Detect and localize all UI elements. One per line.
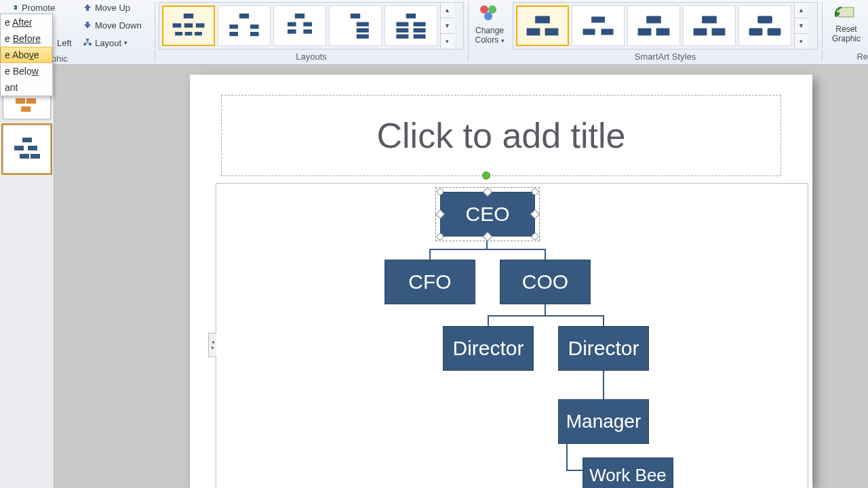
layout-thumb-2[interactable] xyxy=(218,5,271,46)
style-thumb-5[interactable] xyxy=(738,5,791,46)
gallery-scroll-up[interactable]: ▲ xyxy=(441,3,454,18)
right-to-left-button[interactable]: Left xyxy=(53,35,76,50)
svg-rect-23 xyxy=(357,35,369,39)
svg-rect-26 xyxy=(414,22,426,26)
svg-rect-36 xyxy=(545,28,559,36)
change-colors-button[interactable]: Change Colors ▾ xyxy=(471,1,509,50)
svg-rect-4 xyxy=(173,23,182,27)
ribbon-divider xyxy=(822,1,823,62)
svg-rect-30 xyxy=(414,35,426,39)
add-shape-above-item[interactable]: e Above xyxy=(1,47,52,63)
org-node-workbee[interactable]: Work Bee xyxy=(583,458,673,488)
layouts-gallery-scroll: ▲ ▼ ▾ xyxy=(440,3,454,49)
svg-point-32 xyxy=(488,5,496,14)
promote-button[interactable]: Promote xyxy=(5,0,59,15)
svg-rect-52 xyxy=(26,98,36,104)
gallery-scroll-down[interactable]: ▼ xyxy=(795,18,808,34)
style-thumb-1[interactable] xyxy=(516,5,569,46)
chevron-down-icon: ▾ xyxy=(124,39,127,46)
ribbon-divider xyxy=(155,1,155,62)
workspace: Click to add title ◂▸ xyxy=(54,65,868,488)
org-node-director-2[interactable]: Director xyxy=(558,326,649,371)
svg-rect-47 xyxy=(749,28,763,36)
svg-rect-57 xyxy=(20,154,29,159)
layout-thumb-5[interactable] xyxy=(384,5,437,46)
ribbon-divider xyxy=(468,1,469,62)
svg-rect-11 xyxy=(229,24,238,28)
smartart-styles-gallery: ▲ ▼ ▾ xyxy=(513,2,818,49)
styles-gallery-scroll: ▲ ▼ ▾ xyxy=(794,3,808,49)
gallery-more-button[interactable]: ▾ xyxy=(795,34,808,49)
svg-point-33 xyxy=(484,12,492,20)
svg-rect-43 xyxy=(702,16,717,24)
svg-rect-51 xyxy=(16,98,25,104)
svg-rect-14 xyxy=(250,32,259,36)
svg-rect-54 xyxy=(22,138,32,142)
svg-rect-15 xyxy=(295,14,304,18)
svg-rect-29 xyxy=(396,35,408,39)
svg-rect-53 xyxy=(21,106,31,112)
rotation-handle[interactable] xyxy=(482,171,490,180)
svg-rect-3 xyxy=(184,14,193,18)
svg-rect-58 xyxy=(31,154,40,159)
svg-rect-19 xyxy=(303,29,312,33)
svg-rect-2 xyxy=(89,43,92,45)
svg-rect-38 xyxy=(583,28,596,36)
connector xyxy=(488,315,489,326)
svg-rect-16 xyxy=(288,22,296,26)
svg-rect-44 xyxy=(694,28,707,36)
org-node-cfo[interactable]: CFO xyxy=(384,260,475,304)
style-thumb-2[interactable] xyxy=(572,5,625,46)
slide-thumbnail-2[interactable] xyxy=(3,125,51,174)
add-assistant-item[interactable]: ant xyxy=(1,79,52,96)
promote-icon xyxy=(9,3,19,12)
add-shape-after-item[interactable]: e After xyxy=(1,14,52,30)
arrow-up-icon xyxy=(83,3,92,12)
ribbon: Promote Move Up Move Down Left Layout ▾ … xyxy=(0,0,868,65)
org-chart: CEO CFO COO Director D xyxy=(216,184,808,488)
svg-rect-20 xyxy=(351,14,360,18)
move-down-button[interactable]: Move Down xyxy=(79,18,146,33)
layout-dropdown[interactable]: Layout ▾ xyxy=(79,35,132,50)
style-thumb-3[interactable] xyxy=(627,5,680,46)
svg-rect-49 xyxy=(839,7,854,17)
org-node-ceo[interactable]: CEO xyxy=(440,192,535,237)
reset-group-label: Re xyxy=(856,52,868,62)
gallery-more-button[interactable]: ▾ xyxy=(441,34,454,49)
org-node-coo[interactable]: COO xyxy=(500,260,591,304)
svg-rect-7 xyxy=(175,32,182,35)
connector xyxy=(603,371,604,399)
gallery-scroll-up[interactable]: ▲ xyxy=(795,3,808,18)
svg-rect-37 xyxy=(591,16,606,24)
layout-thumb-1[interactable] xyxy=(162,5,215,46)
connector xyxy=(488,315,604,317)
chevron-down-icon: ▾ xyxy=(501,37,505,44)
svg-rect-41 xyxy=(638,28,652,36)
move-up-button[interactable]: Move Up xyxy=(79,0,134,15)
add-shape-below-item[interactable]: e Below xyxy=(1,63,52,79)
svg-rect-6 xyxy=(196,23,205,27)
svg-rect-10 xyxy=(239,14,249,18)
style-thumb-4[interactable] xyxy=(683,5,736,46)
svg-rect-17 xyxy=(303,22,312,26)
text-pane-toggle[interactable]: ◂▸ xyxy=(208,333,216,357)
layout-thumb-3[interactable] xyxy=(273,5,326,46)
connector xyxy=(603,315,604,326)
gallery-scroll-down[interactable]: ▼ xyxy=(441,18,454,34)
smartart-frame[interactable]: ◂▸ xyxy=(216,183,808,488)
org-node-director-1[interactable]: Director xyxy=(443,326,534,371)
svg-rect-46 xyxy=(757,16,772,24)
slide-canvas[interactable]: Click to add title ◂▸ xyxy=(190,75,812,488)
svg-rect-12 xyxy=(250,24,259,28)
svg-rect-22 xyxy=(357,28,369,33)
svg-rect-39 xyxy=(601,28,614,36)
svg-rect-25 xyxy=(396,22,408,26)
reset-graphic-button[interactable]: Reset Graphic xyxy=(826,1,867,50)
org-node-manager[interactable]: Manager xyxy=(558,399,649,444)
svg-rect-48 xyxy=(768,28,781,36)
layout-thumb-4[interactable] xyxy=(329,5,382,46)
title-placeholder[interactable]: Click to add title xyxy=(221,95,781,176)
layouts-gallery: ▲ ▼ ▾ xyxy=(159,2,464,49)
add-shape-before-item[interactable]: e Before xyxy=(1,30,52,47)
svg-point-31 xyxy=(480,5,488,14)
